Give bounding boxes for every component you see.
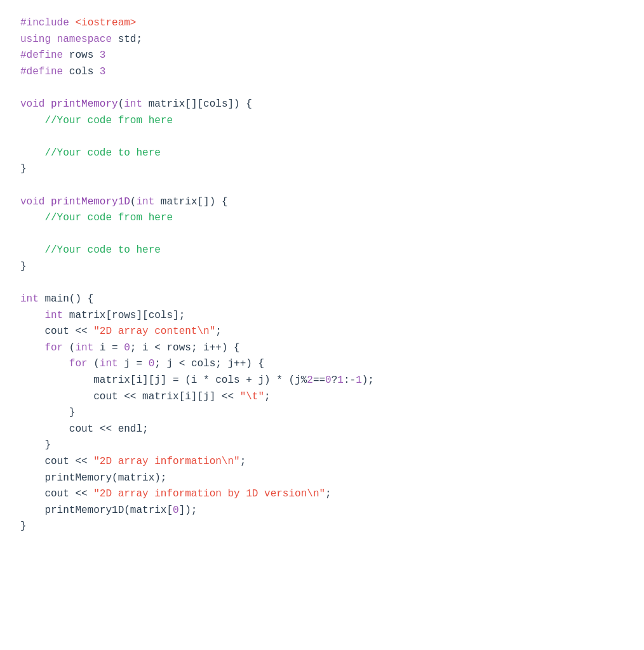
code-token: } (20, 163, 27, 175)
code-token: == (313, 375, 325, 386)
code-token: "2D array information\n" (93, 456, 239, 467)
code-token: ; i < rows; i++) { (130, 342, 240, 354)
code-token: int (136, 196, 154, 208)
code-line: cout << matrix[i][j] << "\t"; (20, 389, 624, 406)
code-token: printMemory1D(matrix[ (20, 505, 173, 516)
code-token: std; (112, 34, 142, 45)
code-token: 0 (149, 358, 155, 369)
code-token: void (20, 98, 44, 110)
code-token: void (20, 196, 44, 208)
code-line (20, 227, 624, 243)
code-token (20, 342, 44, 354)
code-token: << (69, 326, 93, 337)
code-token: matrix[rows][cols]; (63, 310, 185, 321)
code-token: cout (44, 456, 69, 467)
code-token: main() { (39, 293, 93, 305)
code-token (20, 115, 44, 126)
code-token: using (20, 34, 51, 45)
code-token: 1 (356, 375, 362, 386)
code-line (20, 80, 624, 96)
code-line: //Your code from here (20, 113, 624, 129)
code-token: 0 (173, 505, 179, 516)
code-token: #define (20, 50, 63, 61)
code-token: ; (325, 488, 332, 500)
code-token: printMemory1D (51, 196, 130, 208)
code-line: #include <iostream> (20, 15, 624, 32)
code-token: //Your code to here (44, 244, 160, 256)
code-token: //Your code to here (44, 147, 160, 159)
code-token: } (20, 521, 27, 532)
code-token: //Your code from here (44, 212, 173, 223)
code-token: i = (93, 342, 124, 354)
code-token: "\t" (240, 391, 264, 402)
code-token: 0 (124, 342, 130, 354)
code-token (20, 147, 44, 159)
code-token: printMemory(matrix); (20, 472, 166, 484)
code-line: matrix[i][j] = (i * cols + j) * (j%2==0?… (20, 373, 624, 389)
code-line: } (20, 437, 624, 454)
code-token: "2D array content\n" (93, 326, 215, 337)
code-token: #include (20, 17, 75, 29)
code-line: printMemory(matrix); (20, 470, 624, 487)
code-token: matrix[i][j] = (i * cols + j) * (j% (20, 375, 307, 386)
code-token: ( (118, 98, 124, 110)
code-token: ; (264, 391, 271, 402)
code-token: cout (44, 488, 69, 500)
code-token: ( (63, 342, 75, 354)
code-token: ]); (179, 505, 198, 516)
code-token: ; (215, 326, 222, 337)
code-line: //Your code to here (20, 242, 624, 259)
code-line: void printMemory1D(int matrix[]) { (20, 194, 624, 211)
code-token: 2 (307, 375, 313, 386)
code-token: :- (344, 375, 356, 386)
code-line: } (20, 519, 624, 535)
code-token (20, 244, 44, 256)
code-token: cout << matrix[i][j] << (20, 391, 240, 402)
code-token: for (44, 342, 63, 354)
code-token: rows (63, 50, 100, 61)
code-line: int matrix[rows][cols]; (20, 308, 624, 324)
code-line (20, 178, 624, 194)
code-line: for (int i = 0; i < rows; i++) { (20, 340, 624, 357)
code-token: cout << endl; (20, 423, 149, 435)
code-line: } (20, 405, 624, 421)
code-token: "2D array information by 1D version\n" (93, 488, 325, 500)
code-token: 3 (100, 66, 106, 77)
code-line: using namespace std; (20, 32, 624, 48)
code-token: ; (240, 456, 246, 467)
code-line: #define cols 3 (20, 64, 624, 81)
code-line: } (20, 259, 624, 275)
code-token: for (69, 358, 88, 369)
code-token (44, 98, 51, 110)
code-line: } (20, 161, 624, 178)
code-token: <iostream> (75, 17, 136, 29)
code-line: printMemory1D(matrix[0]); (20, 503, 624, 519)
code-line (20, 275, 624, 292)
code-token: 0 (325, 375, 332, 386)
code-token: ; j < cols; j++) { (154, 358, 264, 369)
code-token: ); (362, 375, 374, 386)
code-token (20, 488, 44, 500)
code-line: cout << "2D array information by 1D vers… (20, 486, 624, 503)
code-token (20, 456, 44, 467)
code-token: << (69, 488, 93, 500)
code-token: matrix[]) { (154, 196, 227, 208)
code-token (20, 212, 44, 223)
code-token: cout (44, 326, 69, 337)
code-token: int (124, 98, 142, 110)
code-token: int (44, 310, 63, 321)
code-token (51, 34, 57, 45)
code-token: j = (118, 358, 149, 369)
code-line: //Your code to here (20, 145, 624, 162)
code-line: cout << endl; (20, 421, 624, 438)
code-token (20, 310, 44, 321)
code-line: void printMemory(int matrix[][cols]) { (20, 96, 624, 113)
code-token: printMemory (51, 98, 118, 110)
code-line: cout << "2D array content\n"; (20, 324, 624, 340)
code-line: for (int j = 0; j < cols; j++) { (20, 356, 624, 373)
code-token: namespace (57, 34, 112, 45)
code-line: #define rows 3 (20, 48, 624, 64)
code-token: ( (130, 196, 137, 208)
code-token: } (20, 439, 51, 451)
code-line: //Your code from here (20, 210, 624, 227)
